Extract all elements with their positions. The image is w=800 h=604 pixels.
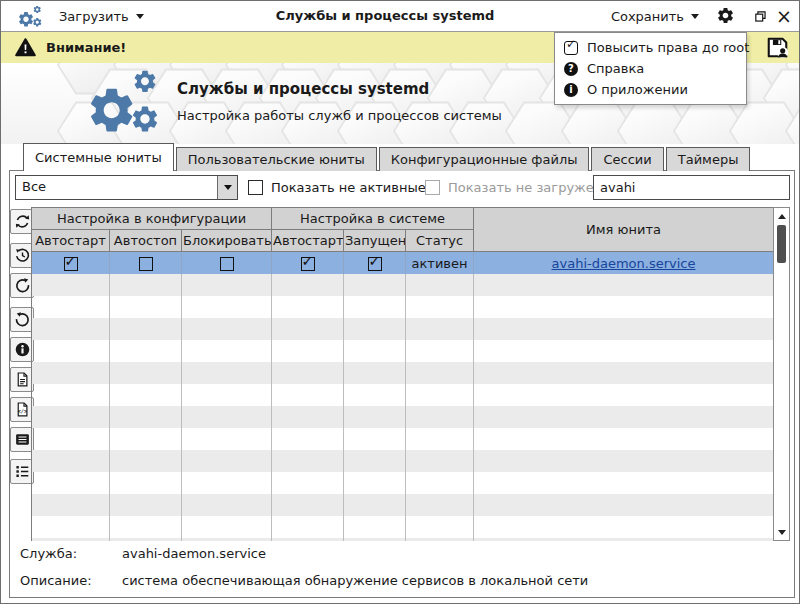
- help-circle-icon: ?: [564, 62, 578, 76]
- menu-item-label: О приложении: [587, 82, 688, 97]
- table-row-empty[interactable]: [32, 494, 774, 516]
- units-table: Настройка в конфигурации Настройка в сис…: [31, 207, 790, 541]
- menu-item-label: Справка: [587, 61, 644, 76]
- titlebar: Загрузить Службы и процессы systemd Сохр…: [1, 1, 799, 32]
- checked-checkbox-icon: [564, 41, 578, 55]
- combo-dropdown-button[interactable]: [217, 176, 237, 199]
- unit-filter-select[interactable]: Все: [15, 175, 238, 200]
- column-header-block[interactable]: Блокировать: [182, 230, 272, 252]
- chevron-down-icon: [136, 14, 144, 19]
- unit-name-link[interactable]: avahi-daemon.service: [552, 256, 696, 271]
- group-header-system: Настройка в системе: [272, 208, 474, 230]
- warning-text: Внимание!: [46, 40, 126, 55]
- table-row-empty[interactable]: [32, 384, 774, 406]
- content-frame: Все Показать не активные Показать не заг…: [9, 170, 795, 598]
- load-menu-button[interactable]: Загрузить: [59, 1, 144, 31]
- group-header-config: Настройка в конфигурации: [32, 208, 272, 230]
- info-circle-icon: i: [564, 83, 578, 97]
- load-menu-label: Загрузить: [59, 9, 129, 24]
- show-inactive-checkbox[interactable]: Показать не активные: [248, 180, 426, 195]
- column-header-autostart-config[interactable]: Автостарт: [32, 230, 110, 252]
- table-row-empty[interactable]: [32, 428, 774, 450]
- tab-system-units[interactable]: Системные юниты: [23, 143, 174, 171]
- vertical-scrollbar[interactable]: [773, 207, 790, 541]
- description-value: система обеспечивающая обнаружение серви…: [122, 573, 588, 588]
- search-input[interactable]: [593, 175, 790, 200]
- triangle-down-icon: [778, 530, 786, 535]
- page-title: Службы и процессы systemd: [177, 80, 429, 98]
- app-logo-gears: [85, 68, 165, 139]
- checkbox-icon: [425, 180, 440, 195]
- table-row-empty[interactable]: [32, 274, 774, 296]
- table-row-empty[interactable]: [32, 472, 774, 494]
- description-label: Описание:: [20, 573, 92, 588]
- tab-bar: Системные юниты Пользовательские юниты К…: [23, 144, 750, 171]
- scrollbar-thumb[interactable]: [777, 225, 786, 263]
- unit-table-body: активен avahi-daemon.service: [32, 252, 774, 542]
- settings-menu: Повысить права до root ? Справка i О при…: [554, 32, 747, 105]
- autostop-checkbox[interactable]: [139, 257, 153, 271]
- close-button[interactable]: ×: [776, 7, 792, 25]
- service-value: avahi-daemon.service: [122, 546, 266, 561]
- svg-text:</>: </>: [17, 408, 26, 414]
- table-group-header-row: Настройка в конфигурации Настройка в сис…: [32, 208, 774, 230]
- menu-item-about[interactable]: i О приложении: [555, 79, 746, 100]
- menu-item-label: Повысить права до root: [587, 40, 749, 55]
- column-header-unit-name[interactable]: Имя юнита: [474, 208, 774, 252]
- save-menu-label: Сохранить: [611, 9, 684, 24]
- triangle-up-icon: [778, 214, 786, 219]
- restore-button[interactable]: [754, 10, 767, 23]
- table-row-empty[interactable]: [32, 362, 774, 384]
- tab-timers[interactable]: Таймеры: [666, 147, 751, 171]
- table-row-empty[interactable]: [32, 450, 774, 472]
- tab-user-units[interactable]: Пользовательские юниты: [176, 147, 377, 171]
- table-row-empty[interactable]: [32, 406, 774, 428]
- settings-gear-button[interactable]: [716, 6, 735, 25]
- scroll-up-button[interactable]: [774, 209, 789, 223]
- autostart-config-checkbox[interactable]: [64, 257, 78, 271]
- tab-sessions[interactable]: Сессии: [591, 147, 663, 171]
- running-checkbox[interactable]: [368, 257, 382, 271]
- table-row-empty[interactable]: [32, 340, 774, 362]
- column-header-autostop[interactable]: Автостоп: [110, 230, 182, 252]
- tab-config-files[interactable]: Конфигурационные файлы: [379, 147, 590, 171]
- block-checkbox[interactable]: [220, 257, 234, 271]
- table-row-empty[interactable]: [32, 538, 774, 541]
- window-title: Службы и процессы systemd: [201, 1, 569, 31]
- service-label: Служба:: [20, 546, 77, 561]
- column-header-autostart-system[interactable]: Автостарт: [272, 230, 344, 252]
- page-subtitle: Настройка работы служб и процессов систе…: [177, 108, 502, 123]
- chevron-down-icon: [224, 185, 232, 190]
- table-row-empty[interactable]: [32, 318, 774, 340]
- app-window: Загрузить Службы и процессы systemd Сохр…: [0, 0, 800, 604]
- warning-icon: [15, 37, 36, 58]
- checkbox-icon[interactable]: [248, 180, 263, 195]
- scroll-down-button[interactable]: [774, 525, 789, 539]
- column-header-status[interactable]: Статус: [406, 230, 474, 252]
- app-gears-icon: [17, 5, 44, 29]
- table-row-empty[interactable]: [32, 296, 774, 318]
- table-row-selected[interactable]: активен avahi-daemon.service: [32, 252, 774, 275]
- window-controls: ×: [745, 1, 792, 31]
- table-row-empty[interactable]: [32, 516, 774, 538]
- chevron-down-icon: [691, 14, 699, 19]
- column-header-running[interactable]: Запущен: [344, 230, 406, 252]
- save-menu-button[interactable]: Сохранить: [611, 1, 699, 31]
- menu-item-help[interactable]: ? Справка: [555, 58, 746, 79]
- show-inactive-label: Показать не активные: [271, 180, 426, 195]
- unit-filter-value: Все: [16, 176, 217, 199]
- autostart-system-checkbox[interactable]: [301, 257, 315, 271]
- status-cell: активен: [406, 252, 474, 275]
- menu-item-elevate-root[interactable]: Повысить права до root: [555, 37, 746, 58]
- save-as-root-button[interactable]: [765, 35, 790, 60]
